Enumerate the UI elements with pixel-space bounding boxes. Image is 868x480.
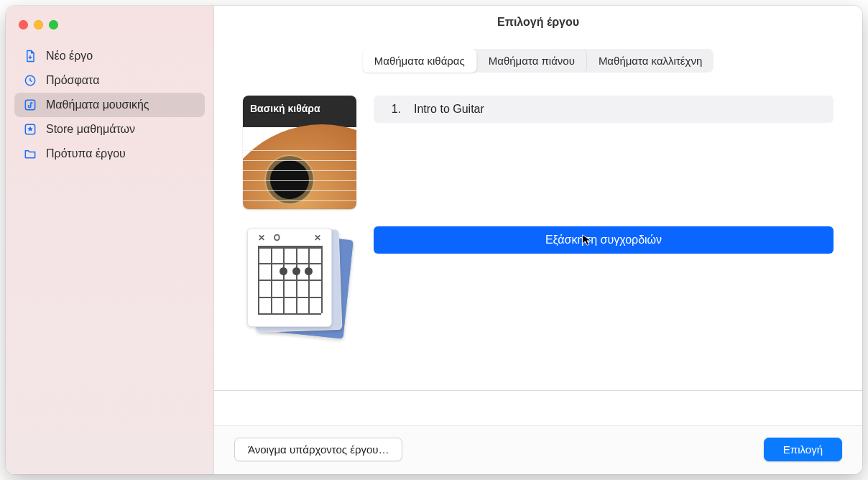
folder-icon: [23, 147, 37, 161]
tab-piano-lessons[interactable]: Μαθήματα πιάνου: [477, 49, 587, 73]
sidebar-item-project-templates[interactable]: Πρότυπα έργου: [14, 142, 205, 166]
sidebar-item-recent[interactable]: Πρόσφατα: [14, 68, 205, 93]
sidebar-item-label: Μαθήματα μουσικής: [46, 98, 149, 111]
lesson-group-chord-trainer: ✕O✕ Εξάσκηση συγχ: [243, 226, 834, 340]
window-controls: [6, 16, 213, 42]
thumb-basic-guitar[interactable]: Βασική κιθάρα: [243, 96, 356, 209]
thumb-caption: Βασική κιθάρα: [250, 103, 320, 114]
clock-icon: [23, 73, 37, 88]
lessons-grid: Βασική κιθάρα 1. Intro to Guitar: [214, 78, 862, 390]
tab-guitar-lessons[interactable]: Μαθήματα κιθάρας: [363, 49, 477, 73]
segmented-control: Μαθήματα κιθάρας Μαθήματα πιάνου Μαθήματ…: [363, 49, 714, 73]
sidebar-item-label: Νέο έργο: [46, 50, 93, 63]
sidebar: Νέο έργο Πρόσφατα: [6, 6, 214, 474]
lesson-title: Εξάσκηση συγχορδιών: [545, 234, 662, 246]
open-existing-project-button[interactable]: Άνοιγμα υπάρχοντος έργου…: [234, 438, 402, 461]
lesson-row-chord-trainer[interactable]: Εξάσκηση συγχορδιών: [374, 226, 834, 254]
sidebar-item-new-project[interactable]: Νέο έργο: [14, 44, 205, 68]
lesson-group-basic-guitar: Βασική κιθάρα 1. Intro to Guitar: [243, 96, 834, 209]
close-window-button[interactable]: [19, 20, 28, 29]
tab-artist-lessons[interactable]: Μαθήματα καλλιτέχνη: [587, 49, 714, 73]
sidebar-list: Νέο έργο Πρόσφατα: [6, 42, 213, 167]
project-chooser-window: Νέο έργο Πρόσφατα: [6, 6, 862, 474]
sidebar-item-label: Store μαθημάτων: [46, 123, 135, 136]
lesson-number: 1.: [387, 103, 401, 116]
sidebar-item-lesson-store[interactable]: Store μαθημάτων: [14, 117, 205, 142]
zoom-window-button[interactable]: [49, 20, 58, 29]
document-plus-icon: [23, 49, 37, 63]
footer-bar: Άνοιγμα υπάρχοντος έργου… Επιλογή: [214, 425, 862, 474]
thumb-chord-trainer[interactable]: ✕O✕: [243, 226, 356, 340]
sidebar-item-music-lessons[interactable]: Μαθήματα μουσικής: [14, 93, 205, 117]
lesson-title: Intro to Guitar: [414, 103, 484, 116]
minimize-window-button[interactable]: [34, 20, 43, 29]
lesson-category-tabs: Μαθήματα κιθάρας Μαθήματα πιάνου Μαθήματ…: [214, 36, 862, 78]
content-area: Επιλογή έργου Μαθήματα κιθάρας Μαθήματα …: [214, 6, 862, 474]
window-title: Επιλογή έργου: [214, 6, 862, 36]
lesson-row-intro-to-guitar[interactable]: 1. Intro to Guitar: [374, 96, 834, 123]
choose-button[interactable]: Επιλογή: [764, 438, 842, 461]
svg-rect-1: [25, 100, 34, 109]
music-note-icon: [23, 98, 37, 112]
sidebar-item-label: Πρότυπα έργου: [46, 147, 126, 160]
sidebar-item-label: Πρόσφατα: [46, 74, 99, 87]
star-box-icon: [23, 122, 37, 137]
